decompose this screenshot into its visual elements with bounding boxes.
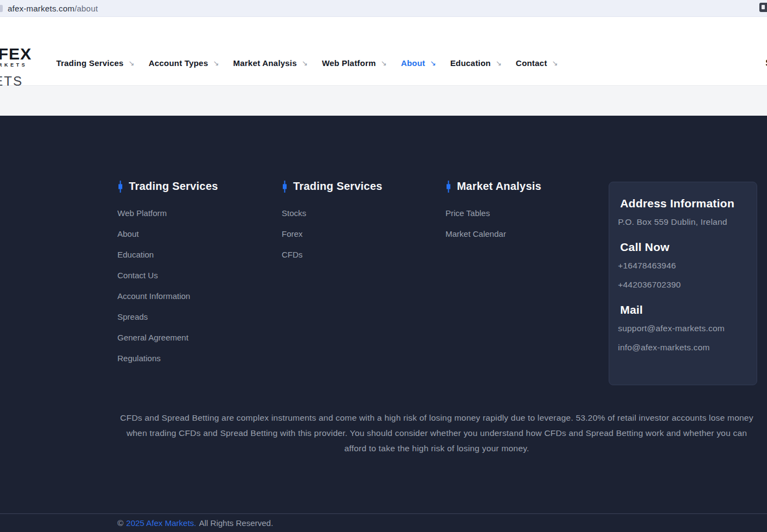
footer-links-list: Stocks Forex CFDs bbox=[282, 207, 445, 261]
chevron-down-right-icon: ↘ bbox=[496, 59, 502, 67]
risk-disclaimer: CFDs and Spread Betting are complex inst… bbox=[117, 410, 756, 456]
site-info-icon bbox=[0, 5, 3, 12]
nav-item-contact[interactable]: Contact ↘ bbox=[516, 58, 558, 68]
footer-link-contact-us[interactable]: Contact Us bbox=[117, 269, 282, 282]
site-logo[interactable]: AFEX MARKETS MARKETS AFEX MARKETS bbox=[0, 46, 32, 92]
url-text: afex-markets.com/about bbox=[8, 4, 98, 13]
footer-link-cfds[interactable]: CFDs bbox=[282, 248, 445, 261]
nav-item-web-platform[interactable]: Web Platform ↘ bbox=[322, 58, 387, 68]
call-now-heading: Call Now bbox=[620, 241, 748, 254]
chevron-down-right-icon: ↘ bbox=[128, 59, 134, 67]
footer-links-list: Price Tables Market Calendar bbox=[445, 207, 609, 240]
copyright-text: ©2025 Afex Markets.All Rights Reserved. bbox=[117, 518, 273, 528]
candlestick-icon bbox=[117, 181, 123, 193]
footer-link-regulations[interactable]: Regulations bbox=[117, 352, 282, 364]
nav-menu: Trading Services ↘ Account Types ↘ Marke… bbox=[56, 41, 558, 85]
email-address: info@afex-markets.com bbox=[618, 343, 748, 352]
chevron-down-right-icon: ↘ bbox=[380, 59, 387, 67]
footer-column-trading-services-2: Trading Services Stocks Forex CFDs bbox=[282, 180, 445, 373]
logo-wordmark-sub: MARKETS bbox=[0, 63, 32, 68]
footer-link-columns: Trading Services Web Platform About Educ… bbox=[117, 180, 609, 373]
nav-item-about[interactable]: About ↘ bbox=[401, 58, 436, 68]
nav-item-market-analysis[interactable]: Market Analysis ↘ bbox=[233, 58, 308, 68]
footer-column-heading: Trading Services bbox=[117, 180, 282, 193]
chevron-down-right-icon: ↘ bbox=[302, 59, 308, 67]
nav-item-label: About bbox=[401, 58, 425, 68]
candlestick-icon bbox=[445, 181, 451, 193]
nav-item-trading-services[interactable]: Trading Services ↘ bbox=[56, 58, 134, 68]
footer-column-heading: Trading Services bbox=[282, 180, 445, 193]
nav-item-label: Web Platform bbox=[322, 58, 376, 68]
page-footer: Trading Services Web Platform About Educ… bbox=[0, 116, 767, 532]
nav-item-label: Contact bbox=[516, 58, 547, 68]
footer-link-web-platform[interactable]: Web Platform bbox=[117, 207, 282, 219]
url-domain: afex-markets.com bbox=[8, 4, 74, 13]
footer-link-forex[interactable]: Forex bbox=[282, 228, 445, 240]
address-heading: Address Information bbox=[620, 197, 748, 210]
mail-heading: Mail bbox=[620, 303, 748, 316]
extension-icon[interactable] bbox=[759, 3, 767, 12]
url-path: /about bbox=[74, 4, 98, 13]
email-address: support@afex-markets.com bbox=[618, 324, 748, 333]
footer-link-stocks[interactable]: Stocks bbox=[282, 207, 445, 219]
chevron-down-right-icon: ↘ bbox=[430, 59, 436, 67]
footer-column-market-analysis: Market Analysis Price Tables Market Cale… bbox=[445, 180, 609, 373]
footer-link-about[interactable]: About bbox=[117, 228, 282, 240]
nav-item-label: Market Analysis bbox=[233, 58, 297, 68]
nav-item-label: Education bbox=[450, 58, 491, 68]
candlestick-icon bbox=[282, 181, 288, 193]
copyright-bar: ©2025 Afex Markets.All Rights Reserved. bbox=[0, 513, 767, 532]
footer-column-trading-services: Trading Services Web Platform About Educ… bbox=[117, 180, 282, 373]
nav-item-label: Trading Services bbox=[56, 58, 123, 68]
nav-item-education[interactable]: Education ↘ bbox=[450, 58, 502, 68]
footer-link-price-tables[interactable]: Price Tables bbox=[445, 207, 609, 219]
footer-link-market-calendar[interactable]: Market Calendar bbox=[445, 228, 609, 240]
copyright-link[interactable]: 2025 Afex Markets. bbox=[126, 518, 196, 528]
browser-url-bar[interactable]: afex-markets.com/about bbox=[0, 0, 767, 17]
contact-info-card: Address Information P.O. Box 559 Dublin,… bbox=[609, 182, 757, 385]
footer-heading-text: Market Analysis bbox=[457, 180, 542, 193]
footer-link-general-agreement[interactable]: General Agreement bbox=[117, 331, 282, 344]
chevron-down-right-icon: ↘ bbox=[213, 59, 219, 67]
nav-item-account-types[interactable]: Account Types ↘ bbox=[148, 58, 219, 68]
footer-link-education[interactable]: Education bbox=[117, 248, 282, 261]
rights-reserved-text: All Rights Reserved. bbox=[199, 518, 273, 528]
footer-links-list: Web Platform About Education Contact Us … bbox=[117, 207, 282, 364]
footer-link-account-information[interactable]: Account Information bbox=[117, 290, 282, 302]
address-text: P.O. Box 559 Dublin, Ireland bbox=[618, 217, 748, 227]
logo-wordmark: AFEX bbox=[0, 46, 32, 62]
footer-link-spreads[interactable]: Spreads bbox=[117, 310, 282, 323]
browser-viewport: afex-markets.com/about AFEX MARKETS MARK… bbox=[0, 0, 767, 532]
main-navbar: AFEX MARKETS MARKETS AFEX MARKETS Tradin… bbox=[0, 41, 767, 86]
chevron-down-right-icon: ↘ bbox=[552, 59, 558, 67]
footer-heading-text: Trading Services bbox=[129, 180, 218, 193]
footer-heading-text: Trading Services bbox=[293, 180, 382, 193]
phone-number: +442036702390 bbox=[618, 280, 748, 290]
copyright-symbol: © bbox=[117, 518, 123, 528]
footer-column-heading: Market Analysis bbox=[445, 180, 609, 193]
phone-number: +16478463946 bbox=[618, 261, 748, 271]
nav-item-label: Account Types bbox=[148, 58, 208, 68]
page-body-strip bbox=[0, 86, 767, 116]
